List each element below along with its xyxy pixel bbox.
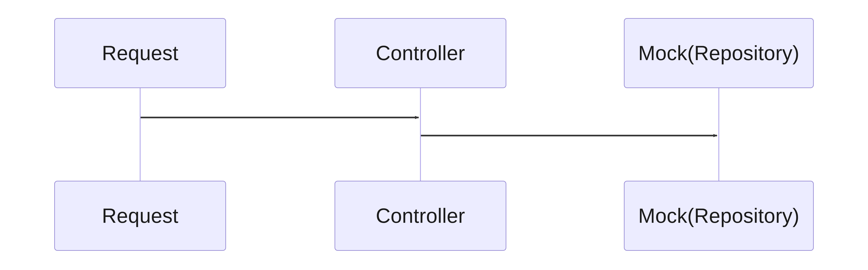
participant-request-bottom: Request [54, 181, 226, 251]
lifeline-repository [718, 88, 719, 181]
participant-label: Mock(Repository) [638, 41, 799, 65]
participant-label: Request [102, 41, 179, 65]
participant-label: Mock(Repository) [638, 204, 799, 228]
participant-repository-top: Mock(Repository) [624, 18, 814, 88]
sequence-diagram: Request Controller Mock(Repository) Requ… [0, 0, 868, 270]
lifeline-request [140, 88, 141, 181]
participant-label: Request [102, 204, 179, 228]
participant-label: Controller [376, 41, 465, 65]
participant-label: Controller [376, 204, 465, 228]
participant-repository-bottom: Mock(Repository) [624, 181, 814, 251]
lifeline-controller [420, 88, 421, 181]
participant-controller-top: Controller [335, 18, 506, 88]
participant-request-top: Request [54, 18, 226, 88]
participant-controller-bottom: Controller [335, 181, 506, 251]
